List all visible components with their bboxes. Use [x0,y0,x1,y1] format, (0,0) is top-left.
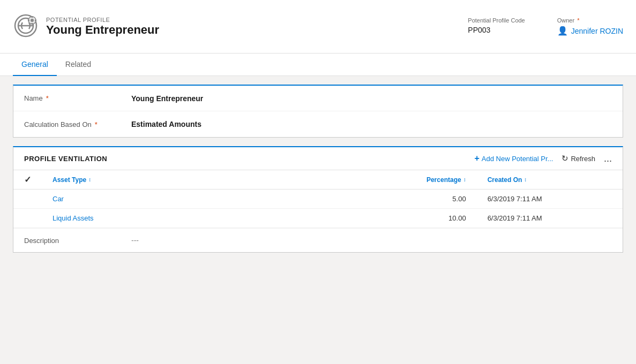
row-percentage: 5.00 [330,189,477,209]
table-row: Car5.006/3/2019 7:11 AM [13,189,623,209]
profile-code-value: PP003 [468,26,525,34]
description-label: Description [24,237,131,245]
table-header-row: ✓ Asset Type ↕ Percentage ↕ [13,170,623,189]
tab-related[interactable]: Related [57,54,100,76]
owner-required-star: * [577,17,579,24]
calc-row: Calculation Based On * Estimated Amounts [13,111,623,137]
name-value: Young Entrepreneur [131,94,203,103]
row-check[interactable] [13,209,42,228]
entity-type-label: POTENTIAL PROFILE [46,17,159,23]
form-section: Name * Young Entrepreneur Calculation Ba… [13,85,623,138]
svg-rect-6 [28,20,29,21]
row-created-on: 6/3/2019 7:11 AM [477,189,623,209]
owner-label: Owner * [557,17,623,24]
profile-code-label: Potential Profile Code [468,17,525,24]
asset-type-sort[interactable]: Asset Type ↕ [53,176,91,184]
tab-general[interactable]: General [13,54,57,76]
ventilation-title: PROFILE VENTILATION [24,155,107,163]
name-label: Name * [24,94,131,102]
name-row: Name * Young Entrepreneur [13,86,623,111]
col-created-on[interactable]: Created On ↕ [477,170,623,189]
svg-rect-7 [35,20,36,21]
svg-rect-5 [32,23,33,25]
plus-icon: + [474,154,479,163]
add-new-button[interactable]: + Add New Potential Pr... [474,154,553,163]
row-asset-type[interactable]: Liquid Assets [42,209,330,228]
more-options-button[interactable]: ... [604,154,612,163]
calc-value: Estimated Amounts [131,120,201,128]
created-on-sort[interactable]: Created On ↕ [488,176,527,184]
header-fields: Potential Profile Code PP003 Owner * 👤 J… [468,17,623,36]
asset-type-sort-arrows: ↕ [88,177,91,183]
table-row: Liquid Assets10.006/3/2019 7:11 AM [13,209,623,228]
owner-name: Jennifer ROZIN [571,27,623,35]
main-content: Name * Young Entrepreneur Calculation Ba… [0,76,636,270]
entity-name-heading: Young Entrepreneur [46,23,159,37]
page-header: POTENTIAL PROFILE Young Entrepreneur Pot… [0,0,636,54]
tabs-bar: General Related [0,54,636,76]
ventilation-section: PROFILE VENTILATION + Add New Potential … [13,146,623,253]
ventilation-actions: + Add New Potential Pr... ↻ Refresh ... [474,154,612,163]
row-asset-type[interactable]: Car [42,189,330,209]
header-left: POTENTIAL PROFILE Young Entrepreneur [13,13,468,40]
owner-value[interactable]: 👤 Jennifer ROZIN [557,26,623,36]
owner-field: Owner * 👤 Jennifer ROZIN [557,17,623,36]
more-icon: ... [604,153,612,164]
svg-rect-4 [32,16,33,18]
refresh-icon: ↻ [562,154,568,163]
percentage-sort[interactable]: Percentage ↕ [427,176,466,184]
owner-person-icon: 👤 [557,26,568,36]
description-value: --- [131,236,139,245]
row-percentage: 10.00 [330,209,477,228]
row-check[interactable] [13,189,42,209]
created-on-sort-arrows: ↕ [524,177,527,183]
check-all-icon[interactable]: ✓ [24,175,31,184]
percentage-sort-arrows: ↕ [463,177,466,183]
header-text: POTENTIAL PROFILE Young Entrepreneur [46,17,159,37]
svg-point-3 [31,19,34,22]
ventilation-table: ✓ Asset Type ↕ Percentage ↕ [13,170,623,228]
row-created-on: 6/3/2019 7:11 AM [477,209,623,228]
col-percentage[interactable]: Percentage ↕ [330,170,477,189]
profile-code-field: Potential Profile Code PP003 [468,17,525,34]
col-asset-type[interactable]: Asset Type ↕ [42,170,330,189]
entity-icon [13,13,39,40]
calc-label: Calculation Based On * [24,120,131,128]
description-row: Description --- [13,228,623,252]
col-check: ✓ [13,170,42,189]
ventilation-header: PROFILE VENTILATION + Add New Potential … [13,147,623,170]
refresh-button[interactable]: ↻ Refresh [562,154,595,163]
